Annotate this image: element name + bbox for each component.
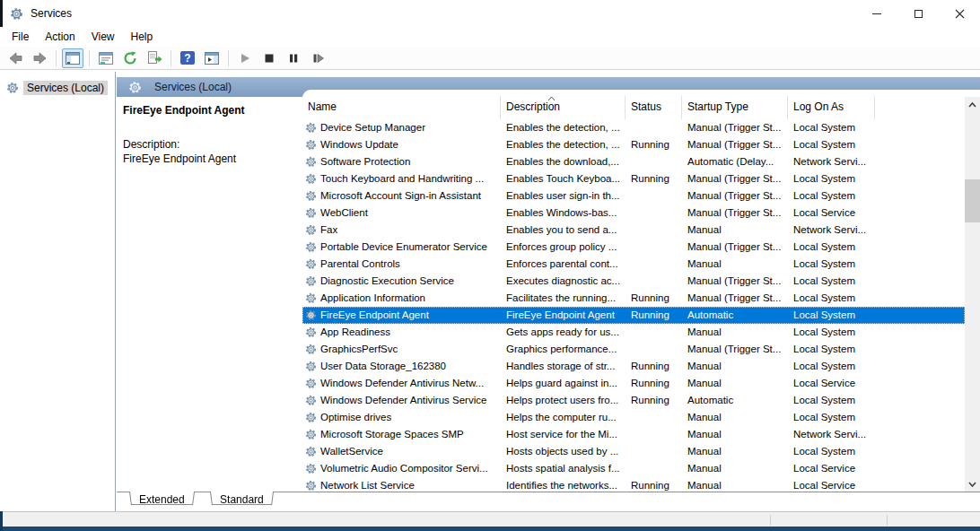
stop-service-icon <box>263 52 276 65</box>
table-row[interactable]: Microsoft Storage Spaces SMP Host servic… <box>302 426 965 443</box>
table-row[interactable]: FireEye Endpoint Agent FireEye Endpoint … <box>302 307 965 324</box>
table-row[interactable]: Portable Device Enumerator Service Enfor… <box>302 239 965 256</box>
service-log-on-as: Local System <box>788 290 875 307</box>
service-gear-icon <box>305 241 317 253</box>
services-gear-icon <box>6 82 19 94</box>
stop-service-button[interactable] <box>258 48 280 68</box>
tab-extended[interactable]: Extended <box>129 492 195 506</box>
description-label: Description: <box>123 138 298 151</box>
service-status <box>626 460 682 477</box>
service-startup-type: Manual (Trigger St... <box>682 341 788 358</box>
forward-button[interactable] <box>29 48 50 68</box>
service-gear-icon <box>305 224 317 236</box>
close-icon <box>955 9 965 19</box>
table-row[interactable]: Windows Defender Antivirus Netw... Helps… <box>302 375 965 392</box>
table-row[interactable]: Windows Defender Antivirus Service Helps… <box>302 392 965 409</box>
service-description: Enables Touch Keyboa... <box>501 170 626 187</box>
refresh-button[interactable] <box>119 48 141 68</box>
help-button[interactable]: ? <box>177 48 198 68</box>
show-action-pane-button[interactable] <box>201 48 223 68</box>
service-name: Windows Defender Antivirus Service <box>320 392 486 409</box>
tree-item-services-local[interactable]: Services (Local) <box>0 79 115 96</box>
export-list-button[interactable] <box>144 48 165 68</box>
service-startup-type: Manual <box>682 460 788 477</box>
row-filler <box>875 119 965 136</box>
table-row[interactable]: Windows Update Enables the detection, ..… <box>302 136 965 153</box>
sort-ascending-icon <box>547 96 556 101</box>
service-description: Host service for the Mi... <box>501 426 626 443</box>
menu-action[interactable]: Action <box>37 28 83 46</box>
service-name: Portable Device Enumerator Service <box>320 239 487 256</box>
table-row[interactable]: Parental Controls Enforces parental cont… <box>302 256 965 273</box>
close-button[interactable] <box>939 0 980 27</box>
service-name-cell: Parental Controls <box>302 256 501 273</box>
column-header-startup-type[interactable]: Startup Type <box>682 96 788 119</box>
table-row[interactable]: User Data Storage_162380 Handles storage… <box>302 358 965 375</box>
row-filler <box>875 136 965 153</box>
service-name: FireEye Endpoint Agent <box>320 307 429 324</box>
table-row[interactable]: Application Information Facilitates the … <box>302 290 965 307</box>
toolbar-separator <box>171 50 171 66</box>
show-console-tree-button[interactable] <box>62 48 83 68</box>
menu-help[interactable]: Help <box>123 28 162 46</box>
row-filler <box>875 256 965 273</box>
tab-standard[interactable]: Standard <box>210 492 274 506</box>
scroll-up-button[interactable] <box>965 97 980 112</box>
service-description: Identifies the networks... <box>501 477 626 492</box>
column-header-description[interactable]: Description <box>501 96 626 119</box>
service-startup-type: Automatic <box>682 392 788 409</box>
main-region: Services (Local) FireEye Endpoint Agent … <box>117 72 980 511</box>
properties-button[interactable] <box>95 48 117 68</box>
restart-service-icon <box>311 52 325 65</box>
table-row[interactable]: Optimise drives Helps the computer ru...… <box>302 409 965 426</box>
row-filler <box>875 153 965 170</box>
table-row[interactable]: Software Protection Enables the download… <box>302 153 965 170</box>
service-log-on-as: Network Servi... <box>788 426 875 443</box>
maximize-button[interactable] <box>897 0 939 27</box>
table-row[interactable]: Touch Keyboard and Handwriting ... Enabl… <box>302 170 965 187</box>
service-name-cell: WebClient <box>302 205 501 222</box>
service-log-on-as: Local System <box>788 256 875 273</box>
table-row[interactable]: Device Setup Manager Enables the detecti… <box>302 119 965 136</box>
service-gear-icon <box>305 190 317 202</box>
service-list-header: Name Description Status Startup Type Log… <box>302 90 965 119</box>
table-row[interactable]: WebClient Enables Windows-bas... Manual … <box>302 205 965 222</box>
service-name-cell: GraphicsPerfSvc <box>302 341 501 358</box>
start-service-button[interactable] <box>234 48 256 68</box>
minimize-button[interactable] <box>856 0 897 27</box>
table-row[interactable]: Diagnostic Execution Service Executes di… <box>302 273 965 290</box>
service-startup-type: Manual <box>682 256 788 273</box>
table-row[interactable]: WalletService Hosts objects used by ... … <box>302 443 965 460</box>
service-name-cell: FireEye Endpoint Agent <box>302 307 501 324</box>
toolbar-separator <box>89 50 90 66</box>
service-log-on-as: Local Service <box>788 205 875 222</box>
table-row[interactable]: Volumetric Audio Compositor Servi... Hos… <box>302 460 965 477</box>
row-filler <box>875 426 965 443</box>
service-name-cell: Volumetric Audio Compositor Servi... <box>302 460 501 477</box>
service-log-on-as: Local System <box>788 443 875 460</box>
table-row[interactable]: Network List Service Identifies the netw… <box>302 477 965 492</box>
table-row[interactable]: Fax Enables you to send a... Manual Netw… <box>302 222 965 239</box>
row-filler <box>875 307 965 324</box>
back-button[interactable] <box>4 48 26 68</box>
restart-service-button[interactable] <box>307 48 328 68</box>
row-filler <box>875 239 965 256</box>
column-header-log-on-as[interactable]: Log On As <box>788 96 875 119</box>
pause-service-button[interactable] <box>283 48 304 68</box>
service-name: Windows Defender Antivirus Netw... <box>320 375 484 392</box>
vertical-scrollbar[interactable] <box>965 97 980 492</box>
export-list-icon <box>147 51 162 65</box>
menu-view[interactable]: View <box>83 28 123 46</box>
services-app-icon <box>10 7 23 21</box>
service-startup-type: Manual (Trigger St... <box>682 290 788 307</box>
column-header-name[interactable]: Name <box>302 96 501 119</box>
table-row[interactable]: App Readiness Gets apps ready for us... … <box>302 324 965 341</box>
service-status: Running <box>626 375 682 392</box>
table-row[interactable]: GraphicsPerfSvc Graphics performance... … <box>302 341 965 358</box>
service-status <box>626 426 682 443</box>
scrollbar-thumb[interactable] <box>965 179 980 222</box>
scroll-down-button[interactable] <box>965 476 980 492</box>
column-header-status[interactable]: Status <box>626 96 682 119</box>
table-row[interactable]: Microsoft Account Sign-in Assistant Enab… <box>302 187 965 205</box>
menu-file[interactable]: File <box>4 28 37 46</box>
